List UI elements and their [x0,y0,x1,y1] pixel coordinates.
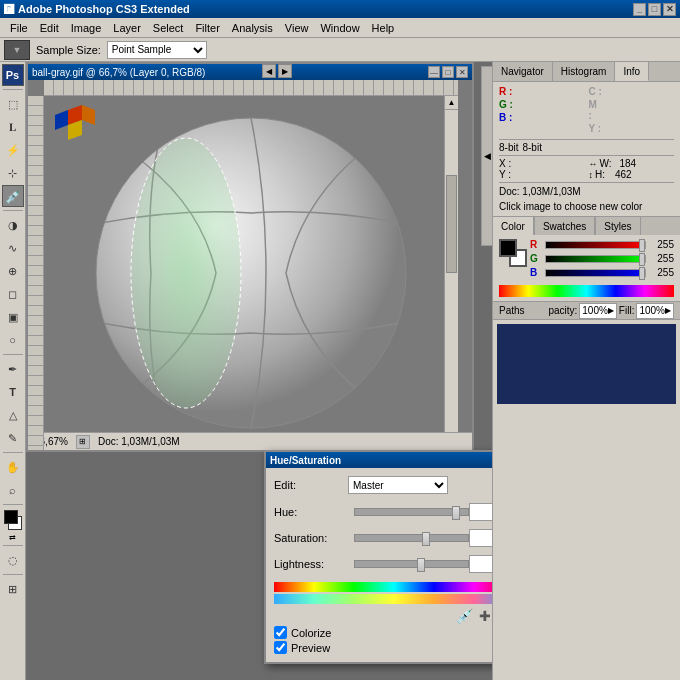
doc-minimize[interactable]: — [428,66,440,78]
light-slider-track[interactable] [354,560,469,568]
navigator-tab[interactable]: Navigator [493,62,553,81]
tool-crop[interactable]: ⊹ [2,162,24,184]
tool-marquee[interactable]: ⬚ [2,93,24,115]
zoom-icon[interactable]: ⊞ [76,435,90,449]
c-label: C : [589,86,603,97]
preview-checkbox[interactable] [274,641,287,654]
g-slider-thumb[interactable] [639,253,645,266]
menu-help[interactable]: Help [366,20,401,36]
hue-input[interactable]: 120 [469,503,492,521]
doc-close[interactable]: ✕ [456,66,468,78]
g-label: G : [499,99,513,110]
swatches-tab[interactable]: Swatches [535,217,595,235]
paths-title: Paths [499,305,525,316]
tool-gradient[interactable]: ▣ [2,306,24,328]
hue-slider-thumb[interactable] [452,506,460,520]
eyedropper-icon[interactable]: 💉 [456,608,473,624]
fill-arrow[interactable]: ▶ [665,306,671,315]
tool-brush[interactable]: ∿ [2,237,24,259]
hue-label: Hue: [274,506,354,518]
b-slider-thumb[interactable] [639,267,645,280]
panel-expand-btn[interactable]: ▶ [278,64,292,78]
tool-eyedropper[interactable]: 💉 [2,185,24,207]
info-tab[interactable]: Info [615,62,649,81]
sat-slider-thumb[interactable] [422,532,430,546]
scroll-up-btn[interactable]: ▲ [445,96,458,110]
color-swatches[interactable] [2,508,24,532]
tool-clone[interactable]: ⊕ [2,260,24,282]
menu-select[interactable]: Select [147,20,190,36]
scrollbar-vertical[interactable]: ▲ ▼ [444,96,458,450]
sat-slider-area[interactable] [354,528,469,548]
tool-separator-7 [3,574,23,575]
hue-slider-track[interactable] [354,508,469,516]
color-panel: Color Swatches Styles R [493,216,680,301]
tool-eraser[interactable]: ◻ [2,283,24,305]
menu-window[interactable]: Window [314,20,365,36]
canvas-content[interactable]: ▲ ▼ ◀ ▶ [44,96,458,450]
tool-notes[interactable]: ✎ [2,427,24,449]
tool-quickmask[interactable]: ◌ [2,549,24,571]
color-tab[interactable]: Color [493,217,534,235]
menu-image[interactable]: Image [65,20,108,36]
fg-swatch[interactable] [499,239,517,257]
dialog-title: Hue/Saturation [270,455,341,466]
scroll-thumb[interactable] [446,175,457,273]
preview-label: Preview [291,642,330,654]
tool-separator-4 [3,452,23,453]
tool-type[interactable]: T [2,381,24,403]
close-button[interactable]: ✕ [663,3,676,16]
menu-analysis[interactable]: Analysis [226,20,279,36]
tool-hand[interactable]: ✋ [2,456,24,478]
swap-default-colors[interactable]: ⇄ [9,533,16,542]
menu-file[interactable]: File [4,20,34,36]
styles-tab[interactable]: Styles [596,217,640,235]
tool-screen-mode[interactable]: ⊞ [2,578,24,600]
b-slider-value: 255 [649,267,674,278]
tool-lasso[interactable]: 𝐋 [2,116,24,138]
eyedropper-plus-icon[interactable]: ✚ [479,608,491,624]
edit-dropdown[interactable]: Master Reds Yellows Greens Cyans Blues M… [348,476,448,494]
svg-marker-1 [55,110,68,130]
fill-input-area[interactable]: 100% ▶ [636,303,674,319]
b-slider-track[interactable] [545,269,646,277]
lightness-label: Lightness: [274,558,354,570]
light-slider-area[interactable] [354,554,469,574]
tool-spot-heal[interactable]: ◑ [2,214,24,236]
menu-view[interactable]: View [279,20,315,36]
menu-layer[interactable]: Layer [107,20,147,36]
dialog-edit-row: Edit: Master Reds Yellows Greens Cyans B… [274,476,492,494]
colorize-checkbox[interactable] [274,626,287,639]
r-slider-thumb[interactable] [639,239,645,252]
r-slider-track[interactable] [545,241,646,249]
opacity-arrow[interactable]: ▶ [608,306,614,315]
hue-slider-area[interactable] [354,502,469,522]
colorize-label: Colorize [291,627,331,639]
info-wh-right: ↔ W: 184 ↕ H: 462 [589,158,675,180]
histogram-tab[interactable]: Histogram [553,62,616,81]
tool-dodge[interactable]: ○ [2,329,24,351]
opacity-value: 100% [582,305,608,316]
light-slider-thumb[interactable] [417,558,425,572]
tool-shape[interactable]: △ [2,404,24,426]
sat-slider-track[interactable] [354,534,469,542]
tool-pen[interactable]: ✒ [2,358,24,380]
panel-collapse-btn[interactable]: ◀ [262,64,276,78]
sample-size-select[interactable]: Point Sample 3 by 3 Average 5 by 5 Avera… [107,41,207,59]
g-slider-track[interactable] [545,255,646,263]
opacity-input-area[interactable]: 100% ▶ [579,303,617,319]
panel-toggle[interactable]: ◀ [481,66,493,246]
tool-preset-picker[interactable]: ▼ [4,40,30,60]
maximize-button[interactable]: □ [648,3,661,16]
menu-edit[interactable]: Edit [34,20,65,36]
g-slider-value: 255 [649,253,674,264]
saturation-input[interactable]: 40 [469,529,492,547]
lightness-input[interactable]: +20 [469,555,492,573]
minimize-button[interactable]: _ [633,3,646,16]
tool-quick-select[interactable]: ⚡ [2,139,24,161]
menu-filter[interactable]: Filter [189,20,225,36]
fill-label: Fill: [619,305,635,316]
doc-maximize[interactable]: □ [442,66,454,78]
canvas-area[interactable]: ▲ ▼ ◀ ▶ 6 [28,80,472,450]
tool-zoom[interactable]: ⌕ [2,479,24,501]
